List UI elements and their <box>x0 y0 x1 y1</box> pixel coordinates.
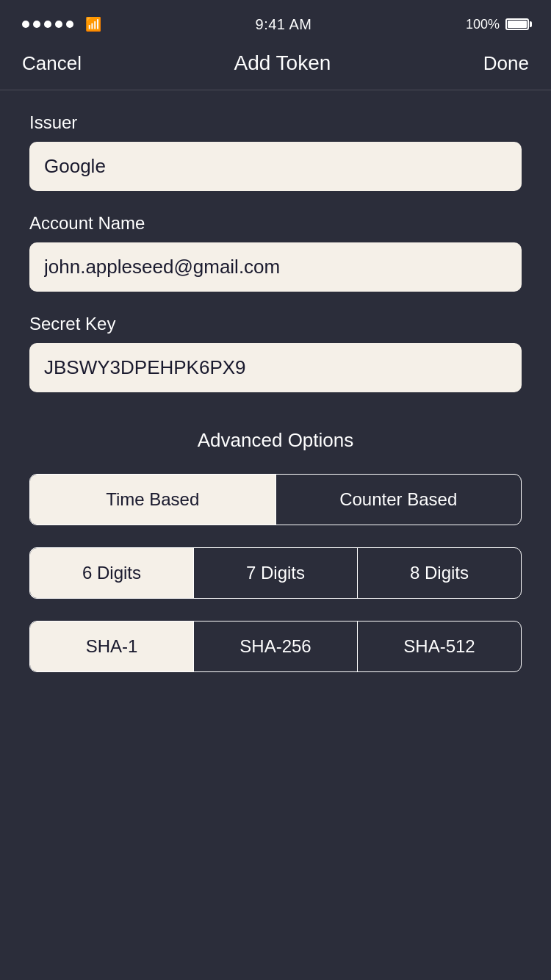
account-name-field-group: Account Name <box>29 213 522 314</box>
token-type-counter-based[interactable]: Counter Based <box>276 475 522 525</box>
account-name-input[interactable] <box>29 242 522 292</box>
issuer-field-group: Issuer <box>29 112 522 213</box>
advanced-options-label: Advanced Options <box>29 429 522 452</box>
token-type-time-based[interactable]: Time Based <box>30 475 276 525</box>
secret-key-input[interactable] <box>29 343 522 392</box>
signal-dots <box>22 21 73 28</box>
digits-segment-group: 6 Digits 7 Digits 8 Digits <box>29 547 522 599</box>
nav-bar: Cancel Add Token Done <box>0 44 551 90</box>
page-title: Add Token <box>234 51 331 75</box>
issuer-label: Issuer <box>29 112 522 133</box>
signal-dot-3 <box>44 21 51 28</box>
algorithm-sha512[interactable]: SHA-512 <box>357 621 521 671</box>
form-content: Issuer Account Name Secret Key Advanced … <box>0 90 551 716</box>
secret-key-label: Secret Key <box>29 314 522 334</box>
digits-6[interactable]: 6 Digits <box>30 548 193 598</box>
status-time: 9:41 AM <box>256 16 312 33</box>
status-bar-right: 100% <box>466 17 529 32</box>
wifi-icon: 📶 <box>85 16 101 32</box>
account-name-label: Account Name <box>29 213 522 234</box>
battery-percent: 100% <box>466 17 500 32</box>
signal-dot-2 <box>33 21 40 28</box>
signal-dot-5 <box>66 21 73 28</box>
algorithm-sha256[interactable]: SHA-256 <box>193 621 357 671</box>
algorithm-segment-group: SHA-1 SHA-256 SHA-512 <box>29 621 522 672</box>
signal-dot-1 <box>22 21 29 28</box>
status-bar: 📶 9:41 AM 100% <box>0 0 551 44</box>
cancel-button[interactable]: Cancel <box>22 52 82 75</box>
issuer-input[interactable] <box>29 142 522 191</box>
digits-7[interactable]: 7 Digits <box>193 548 357 598</box>
algorithm-sha1[interactable]: SHA-1 <box>30 621 193 671</box>
battery-icon <box>505 18 529 30</box>
secret-key-field-group: Secret Key <box>29 314 522 414</box>
signal-dot-4 <box>55 21 62 28</box>
digits-8[interactable]: 8 Digits <box>357 548 521 598</box>
done-button[interactable]: Done <box>483 52 529 75</box>
battery-fill <box>508 21 527 28</box>
token-type-segment-group: Time Based Counter Based <box>29 474 522 525</box>
status-bar-left: 📶 <box>22 16 101 32</box>
battery-icon-container <box>505 18 529 30</box>
